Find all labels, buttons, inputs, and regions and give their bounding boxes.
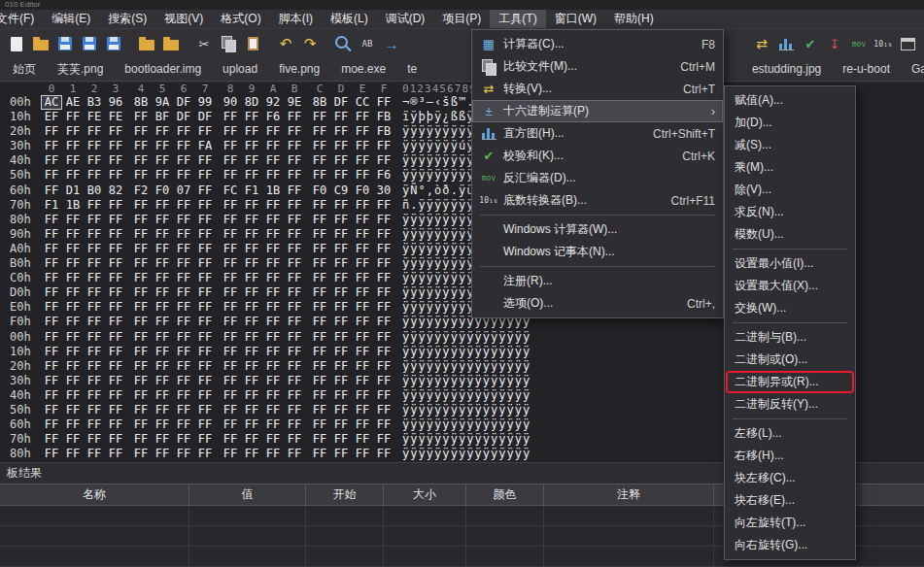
hex-byte[interactable]: FF (352, 110, 373, 124)
hex-byte[interactable]: FF (220, 139, 241, 153)
hex-byte[interactable]: FF (241, 139, 262, 153)
hex-byte[interactable]: FF (262, 388, 284, 403)
hex-byte[interactable]: FF (84, 198, 105, 213)
hex-byte[interactable]: FF (352, 285, 373, 300)
hex-byte[interactable]: FF (130, 256, 152, 271)
hex-byte[interactable]: FF (284, 345, 305, 359)
hex-byte[interactable]: FF (352, 447, 373, 461)
tools-menu-item-10[interactable]: Windows 记事本(N)... (472, 241, 723, 263)
hex-byte[interactable]: FF (130, 447, 152, 461)
hex-byte[interactable]: FF (152, 124, 173, 139)
hex-ops-item-5[interactable]: 求反(N)... (725, 201, 855, 223)
hex-byte[interactable]: FF (62, 285, 84, 300)
hex-ops-item-9[interactable]: 设置最大值(X)... (725, 275, 855, 297)
hex-byte[interactable]: FF (105, 359, 126, 374)
hex-byte[interactable]: FF (105, 417, 126, 432)
hex-byte[interactable]: FF (62, 359, 84, 374)
hex-byte[interactable]: FF (220, 359, 241, 374)
hex-byte[interactable]: FF (152, 447, 173, 461)
hex-byte[interactable]: FF (330, 168, 352, 183)
hex-byte[interactable]: FF (194, 359, 216, 374)
hex-byte[interactable]: FF (194, 198, 216, 213)
menubar-item-1[interactable]: 编辑(E) (43, 10, 99, 28)
hex-byte[interactable]: FF (352, 198, 373, 213)
import-folder-icon[interactable] (136, 33, 157, 54)
hex-byte[interactable]: FF (352, 374, 373, 388)
hex-byte[interactable]: FF (352, 124, 373, 139)
hex-byte[interactable]: FF (194, 417, 216, 432)
hex-byte[interactable]: FF (152, 285, 173, 300)
hex-byte[interactable]: FF (309, 213, 330, 227)
hex-ops-item-17[interactable]: 左移(L)... (725, 422, 855, 445)
hex-byte[interactable]: FF (262, 330, 284, 345)
hex-byte[interactable]: FF (373, 432, 394, 447)
hex-byte[interactable]: FF (352, 417, 373, 432)
hex-byte[interactable]: F1 (41, 198, 62, 213)
hex-byte[interactable]: FF (194, 315, 216, 329)
hex-byte[interactable]: FF (130, 124, 152, 139)
hex-byte[interactable]: F1 (241, 183, 262, 198)
menubar-item-7[interactable]: 调试(D) (377, 10, 434, 28)
hex-byte[interactable]: FF (105, 330, 126, 345)
hex-byte[interactable]: FF (194, 227, 216, 242)
hex-byte[interactable]: FF (194, 330, 216, 345)
hex-byte[interactable]: FF (173, 345, 194, 359)
hex-byte[interactable]: FF (373, 388, 394, 403)
hex-byte[interactable]: FF (373, 447, 394, 461)
hex-byte[interactable]: FB (373, 110, 394, 124)
menubar-item-5[interactable]: 脚本(I) (270, 10, 322, 28)
hex-ops-item-2[interactable]: 减(S)... (725, 134, 855, 156)
hex-byte[interactable]: FF (309, 139, 330, 153)
hex-byte[interactable]: FF (152, 432, 173, 447)
hex-byte[interactable]: FF (194, 153, 216, 168)
export-folder-icon[interactable] (160, 33, 182, 54)
hex-byte[interactable]: FF (309, 110, 330, 124)
hex-byte[interactable]: FE (105, 110, 126, 124)
hex-byte[interactable]: FF (62, 388, 84, 403)
hex-byte[interactable]: FF (105, 374, 126, 388)
hex-byte[interactable]: FF (173, 403, 194, 417)
hex-ops-item-13[interactable]: 二进制或(O)... (725, 349, 855, 371)
hex-byte[interactable]: FF (84, 285, 105, 300)
hex-byte[interactable]: FF (173, 124, 194, 139)
hex-byte[interactable]: FF (152, 403, 173, 417)
hex-ascii[interactable]: ÿÿÿÿÿÿÿÿÿÿÿÿÿÿÿÿ (402, 432, 530, 447)
hex-byte[interactable]: FF (173, 315, 194, 329)
replace-icon[interactable]: AB (357, 33, 378, 54)
hex-byte[interactable]: FF (284, 374, 305, 388)
tab-8[interactable]: re-u-boot (832, 58, 901, 81)
save-as-icon[interactable] (79, 33, 100, 54)
results-column-0[interactable]: 名称 (0, 484, 189, 505)
hex-byte[interactable]: 8B (130, 95, 152, 110)
hex-byte[interactable]: FF (41, 315, 62, 329)
hex-byte[interactable]: FF (330, 432, 352, 447)
hex-ops-item-15[interactable]: 二进制反转(Y)... (725, 393, 855, 416)
hex-byte[interactable]: FF (284, 168, 305, 183)
hex-byte[interactable]: CC (352, 95, 373, 110)
hex-ops-item-20[interactable]: 块右移(E)... (725, 489, 855, 512)
hex-byte[interactable]: FF (352, 359, 373, 374)
hex-byte[interactable]: FF (220, 153, 241, 168)
hex-byte[interactable]: B0 (84, 183, 105, 198)
hex-ops-item-8[interactable]: 设置最小值(I)... (725, 252, 855, 275)
tab-6[interactable]: te (396, 58, 428, 81)
results-column-5[interactable]: 注释 (544, 484, 714, 505)
cut-icon[interactable]: ✂ (193, 33, 215, 54)
hex-byte[interactable]: FF (130, 242, 152, 256)
hex-ascii[interactable]: ÿÿÿÿÿÿÿÿÿÿÿÿÿÿÿÿ (402, 374, 530, 388)
hex-byte[interactable]: FF (330, 153, 352, 168)
hex-byte[interactable]: FF (352, 388, 373, 403)
hex-byte[interactable]: FF (84, 330, 105, 345)
hex-byte[interactable]: FF (84, 447, 105, 461)
menubar-item-2[interactable]: 搜索(S) (99, 10, 155, 28)
hex-byte[interactable]: FF (130, 153, 152, 168)
hex-byte[interactable]: FF (62, 432, 84, 447)
hex-byte[interactable]: FF (173, 256, 194, 271)
hex-byte[interactable]: FF (330, 403, 352, 417)
export-icon[interactable]: ↧ (824, 33, 845, 54)
hex-byte[interactable]: 8B (309, 95, 330, 110)
hex-byte[interactable]: DF (330, 95, 352, 110)
hex-byte[interactable]: FF (41, 432, 62, 447)
hex-byte[interactable]: FF (130, 345, 152, 359)
hex-byte[interactable]: FF (309, 300, 330, 315)
